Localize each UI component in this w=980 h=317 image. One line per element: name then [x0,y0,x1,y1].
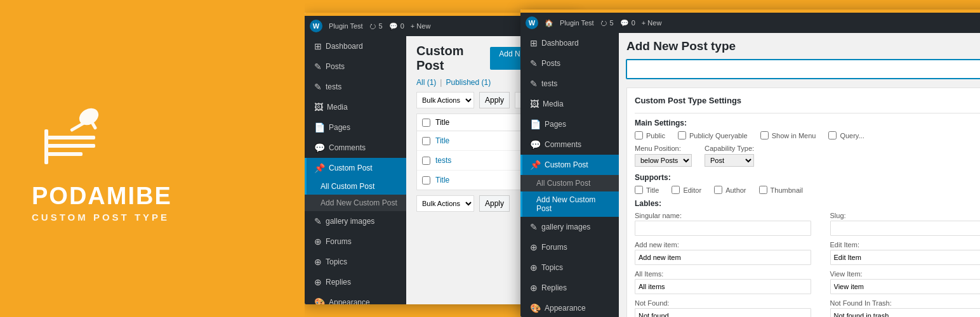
sidebar-item-posts-back[interactable]: ✎ Posts [305,56,406,77]
support-author: Author [714,186,746,194]
pages-icon: 📄 [314,122,325,133]
sidebar-item-dashboard-front[interactable]: ⊞ Dashboard [520,33,619,53]
view-item-field: View Item: [830,270,981,294]
menu-position-label: Menu Position: [635,145,692,152]
posts-icon-front: ✎ [530,58,538,68]
sidebar-submenu-back: All Custom Post Add New Custom Post [305,178,406,211]
row1-title-back[interactable]: Title [435,136,449,145]
checkbox-sim-input[interactable] [760,131,769,139]
sidebar-item-dashboard-back[interactable]: ⊞ Dashboard [305,36,406,56]
gallery-icon-front: ✎ [530,222,538,232]
screenshots-area: W Plugin Test ⭮ 5 💬 0 + New ⊞ Dashboard [305,0,980,317]
appearance-icon: 🎨 [314,297,325,304]
home-icon-front: 🏠 [545,19,553,27]
checkbox-public: Public [635,131,665,139]
post-type-name-input[interactable] [626,60,980,79]
media-icon: 🖼 [314,102,323,112]
support-thumbnail-input[interactable] [759,186,767,194]
apply-button-bottom-back[interactable]: Apply [479,195,510,212]
sidebar-item-custpost-front[interactable]: 📌 Custom Post [520,155,619,175]
panel-title: Add New Post type [626,39,980,53]
sidebar-item-forums-back[interactable]: ⊕ Forums [305,231,406,252]
view-item-label: View Item: [830,270,981,278]
sidebar-item-addnew-back[interactable]: Add New Custom Post [305,195,406,211]
row2-checkbox-back[interactable] [422,157,430,165]
menu-position-field: Menu Position: below Posts [635,145,692,167]
bulk-actions-select-bottom-back[interactable]: Bulk Actions [416,195,474,212]
checkbox-show-in-menu: Show in Menu [760,131,816,139]
row3-title-back[interactable]: Title [435,176,449,184]
add-new-item-label: Add new item: [635,241,811,249]
sidebar-item-appearance-front[interactable]: 🎨 Appearance [520,298,619,317]
sidebar-item-custpost-back[interactable]: 📌 Custom Post [305,158,406,178]
tab-all-back[interactable]: All (1) [416,78,436,87]
wp-content-front: ⊞ Dashboard ✎ Posts ✎ tests 🖼 Media 📄 [520,33,980,317]
row3-checkbox-back[interactable] [422,176,430,184]
edit-item-field: Edit Item: [830,241,981,265]
not-found-trash-input[interactable] [830,308,981,317]
slug-label: Slug: [830,212,981,219]
new-front: + New [642,19,662,27]
sidebar-item-comments-front[interactable]: 💬 Comments [520,134,619,155]
singular-name-label: Singular name: [635,212,811,219]
sidebar-item-posts-front[interactable]: ✎ Posts [520,53,619,74]
sidebar-item-forums-front[interactable]: ⊕ Forums [520,237,619,257]
labels-label: Lables: [635,199,980,208]
sidebar-item-topics-front[interactable]: ⊕ Topics [520,257,619,278]
labels-grid: Singular name: Slug: Add new item: [635,212,980,317]
sidebar-item-comments-back[interactable]: 💬 Comments [305,138,406,158]
tab-published-back[interactable]: Published (1) [446,78,491,87]
all-items-input[interactable] [635,279,811,294]
add-new-item-input[interactable] [635,250,811,265]
bulk-actions-select-back[interactable]: Bulk Actions [416,92,474,108]
sidebar-item-tests-front[interactable]: ✎ tests [520,74,619,94]
support-author-input[interactable] [714,186,722,194]
supports-checkboxes: Title Editor Author [635,186,980,194]
checkbox-publicly-queryable: Publicly Queryable [678,131,748,139]
all-items-field: All Items: [635,270,811,294]
sidebar-addnew-front[interactable]: Add New Custom Post [520,191,619,217]
capability-type-label: Capability Type: [705,145,754,152]
admin-bar-front: W 🏠 Plugin Test ⭮ 5 💬 0 + New [520,13,980,33]
support-title-input[interactable] [635,186,643,194]
menu-position-select[interactable]: below Posts [635,154,692,167]
checkbox-query: Query... [828,131,864,139]
checkbox-pq-input[interactable] [678,131,686,139]
position-capability-row: Menu Position: below Posts Capability Ty… [635,145,980,167]
select-all-checkbox-back[interactable] [422,119,430,127]
sidebar-item-replies-front[interactable]: ⊕ Replies [520,278,619,298]
edit-item-input[interactable] [830,250,981,265]
pages-icon-front: 📄 [530,119,541,129]
sidebar-item-media-front[interactable]: 🖼 Media [520,94,619,114]
sidebar-allcustom-front[interactable]: All Custom Post [520,175,619,191]
main-settings-checkboxes: Public Publicly Queryable Show in Menu [635,131,980,139]
checkbox-query-input[interactable] [828,131,837,139]
apply-button-back[interactable]: Apply [479,92,510,108]
sidebar-item-replies-back[interactable]: ⊕ Replies [305,272,406,292]
slug-input[interactable] [830,221,981,236]
not-found-input[interactable] [635,308,811,317]
checkbox-public-input[interactable] [635,131,643,139]
sidebar-item-pages-front[interactable]: 📄 Pages [520,114,619,134]
sidebar-item-tests-back[interactable]: ✎ tests [305,77,406,97]
tests-icon-front: ✎ [530,79,538,89]
capability-type-select[interactable]: Post [705,154,754,167]
sidebar-item-gallery-front[interactable]: ✎ gallery images [520,217,619,237]
updates-back: ⭮ 5 [369,22,383,30]
sidebar-item-media-back[interactable]: 🖼 Media [305,97,406,117]
sidebar-item-topics-back[interactable]: ⊕ Topics [305,252,406,272]
support-editor-input[interactable] [672,186,680,194]
svg-rect-2 [48,152,83,156]
row2-title-back[interactable]: tests [435,156,451,165]
add-new-item-field: Add new item: [635,241,811,265]
singular-name-input[interactable] [635,221,811,236]
sidebar-item-pages-back[interactable]: 📄 Pages [305,117,406,138]
sidebar-item-appearance-back[interactable]: 🎨 Appearance [305,292,406,304]
sidebar-item-allcustom-back[interactable]: All Custom Post [305,178,406,195]
not-found-trash-label: Not Found In Trash: [830,299,981,307]
brand-title: PODAMIBE [32,183,172,210]
sidebar-item-gallery-back[interactable]: ✎ gallery images [305,211,406,231]
row1-checkbox-back[interactable] [422,137,430,145]
view-item-input[interactable] [830,279,981,294]
posts-icon: ✎ [314,61,322,72]
